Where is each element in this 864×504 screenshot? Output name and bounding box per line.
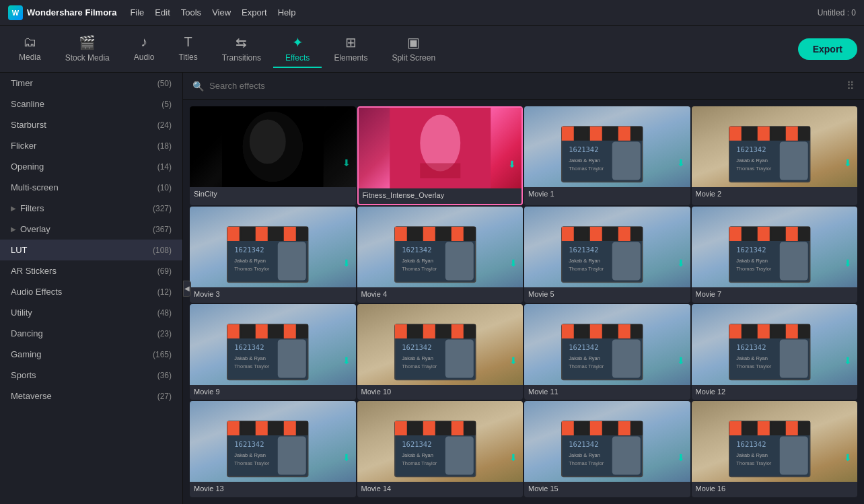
overlay-arrow-icon: ▶ <box>11 225 16 233</box>
svg-rect-145 <box>465 421 475 435</box>
movie4-download-icon[interactable]: ⬇ <box>509 258 517 268</box>
sidebar-item-filters[interactable]: ▶Filters(327) <box>0 198 182 219</box>
sincity-download-icon[interactable]: ⬇ <box>343 157 351 168</box>
movie15-label: Movie 15 <box>524 482 690 495</box>
menu-item-help[interactable]: Help <box>278 7 296 17</box>
grid-item-movie13[interactable]: 1621342 Jakab & Ryan Thomas Traylor ⬇Mov… <box>190 401 356 497</box>
toolbar-item-effects[interactable]: ✦Effects <box>273 30 322 68</box>
movie9-download-icon[interactable]: ⬇ <box>343 355 351 366</box>
svg-rect-9 <box>576 127 588 141</box>
movie12-thumbnail: 1621342 Jakab & Ryan Thomas Traylor ⬇ <box>692 304 858 385</box>
toolbar-item-transitions[interactable]: ⇆Transitions <box>210 30 273 68</box>
sidebar-item-metaverse[interactable]: Metaverse(27) <box>0 386 182 406</box>
sidebar-item-lut[interactable]: LUT(108) <box>0 240 182 260</box>
grid-item-movie10[interactable]: 1621342 Jakab & Ryan Thomas Traylor ⬇Mov… <box>357 304 524 400</box>
grid-item-movie2[interactable]: 1621342 Jakab & Ryan Thomas Traylor ⬇Mov… <box>692 106 858 205</box>
svg-rect-95 <box>437 324 449 338</box>
movie2-download-icon[interactable]: ⬇ <box>844 157 852 168</box>
svg-text:Thomas Traylor: Thomas Traylor <box>234 460 270 466</box>
svg-point-4 <box>420 115 460 172</box>
toolbar-item-audio[interactable]: ♪Audio <box>122 30 167 68</box>
menu-item-view[interactable]: View <box>212 7 231 17</box>
toolbar-item-split-screen[interactable]: ▣Split Screen <box>380 30 447 68</box>
sidebar-item-audio-effects[interactable]: Audio Effects(12) <box>0 281 182 302</box>
svg-rect-130 <box>256 421 268 435</box>
menu-item-file[interactable]: File <box>130 7 144 17</box>
sidebar-item-starburst[interactable]: Starburst(24) <box>0 114 182 135</box>
sidebar-item-flicker[interactable]: Flicker(18) <box>0 135 182 156</box>
movie11-download-icon[interactable]: ⬇ <box>677 355 685 366</box>
svg-rect-58 <box>590 227 602 241</box>
grid-item-movie4[interactable]: 1621342 Jakab & Ryan Thomas Traylor ⬇Mov… <box>357 207 524 303</box>
sidebar-item-utility[interactable]: Utility(48) <box>0 302 182 323</box>
grid-item-movie7[interactable]: 1621342 Jakab & Ryan Thomas Traylor ⬇Mov… <box>692 207 858 303</box>
movie12-download-icon[interactable]: ⬇ <box>844 355 852 366</box>
movie10-thumbnail: 1621342 Jakab & Ryan Thomas Traylor ⬇ <box>357 304 524 385</box>
movie14-download-icon[interactable]: ⬇ <box>509 452 517 463</box>
grid-item-movie1[interactable]: 1621342 Jakab & Ryan Thomas Traylor ⬇Mov… <box>524 106 690 205</box>
toolbar-item-elements[interactable]: ⊞Elements <box>322 30 380 68</box>
movie7-download-icon[interactable]: ⬇ <box>844 258 852 268</box>
grid-item-movie9[interactable]: 1621342 Jakab & Ryan Thomas Traylor ⬇Mov… <box>190 304 356 400</box>
svg-text:1621342: 1621342 <box>736 145 766 153</box>
stock-media-label: Stock Media <box>65 53 110 63</box>
svg-rect-22 <box>757 127 769 141</box>
grid-item-movie14[interactable]: 1621342 Jakab & Ryan Thomas Traylor ⬇Mov… <box>357 401 524 497</box>
sidebar-item-ar-stickers[interactable]: AR Stickers(69) <box>0 260 182 281</box>
movie3-download-icon[interactable]: ⬇ <box>343 258 351 268</box>
sidebar-item-timer[interactable]: Timer(50) <box>0 73 182 94</box>
menu-item-export[interactable]: Export <box>242 7 267 17</box>
movie12-label: Movie 12 <box>692 385 858 398</box>
menu-item-tools[interactable]: Tools <box>181 7 201 17</box>
sidebar-item-dancing[interactable]: Dancing(23) <box>0 323 182 344</box>
svg-rect-77 <box>779 242 807 280</box>
grid-item-fitness[interactable]: ⬇Fitness_Intense_Overlay <box>357 106 524 205</box>
sidebar-item-scanline[interactable]: Scanline(5) <box>0 94 182 114</box>
multi-screen-count: (10) <box>157 183 172 192</box>
export-button[interactable]: Export <box>798 38 857 60</box>
grid-view-icon[interactable]: ⠿ <box>847 79 855 92</box>
sidebar-item-gaming[interactable]: Gaming(165) <box>0 344 182 365</box>
svg-rect-25 <box>799 127 809 141</box>
svg-text:1621342: 1621342 <box>569 145 598 153</box>
gaming-count: (165) <box>153 350 172 359</box>
grid-item-sincity[interactable]: ⬇SinCity <box>190 106 356 205</box>
grid-item-movie12[interactable]: 1621342 Jakab & Ryan Thomas Traylor ⬇Mov… <box>692 304 858 400</box>
movie16-download-icon[interactable]: ⬇ <box>844 452 852 463</box>
audio-label: Audio <box>134 52 155 62</box>
movie11-label: Movie 11 <box>524 385 690 398</box>
sidebar-item-opening[interactable]: Opening(14) <box>0 156 182 177</box>
content-area: 🔍 ⠿ ⬇SinCity ⬇Fitness_Intense_Overlay <box>183 73 864 504</box>
sidebar-item-multi-screen[interactable]: Multi-screen(10) <box>0 177 182 198</box>
search-icon: 🔍 <box>192 81 204 92</box>
menu-item-edit[interactable]: Edit <box>155 7 170 17</box>
toolbar-item-media[interactable]: 🗂Media <box>7 30 53 68</box>
movie1-download-icon[interactable]: ⬇ <box>677 157 685 168</box>
grid-item-movie5[interactable]: 1621342 Jakab & Ryan Thomas Traylor ⬇Mov… <box>524 207 690 303</box>
app-name: Wondershare Filmora <box>27 7 116 17</box>
movie5-download-icon[interactable]: ⬇ <box>677 258 685 268</box>
toolbar-item-stock-media[interactable]: 🎬Stock Media <box>53 30 122 68</box>
grid-item-movie15[interactable]: 1621342 Jakab & Ryan Thomas Traylor ⬇Mov… <box>524 401 690 497</box>
fitness-download-icon[interactable]: ⬇ <box>508 159 516 170</box>
audio-effects-count: (12) <box>157 287 172 297</box>
sidebar-item-sports[interactable]: Sports(36) <box>0 365 182 386</box>
movie10-download-icon[interactable]: ⬇ <box>509 355 517 366</box>
sidebar-collapse-toggle[interactable]: ◀ <box>183 281 191 297</box>
svg-text:Thomas Traylor: Thomas Traylor <box>569 265 604 271</box>
grid-item-movie3[interactable]: 1621342 Jakab & Ryan Thomas Traylor ⬇Mov… <box>190 207 356 303</box>
search-input[interactable] <box>209 81 841 91</box>
svg-rect-96 <box>451 324 463 338</box>
movie15-download-icon[interactable]: ⬇ <box>677 452 685 463</box>
svg-text:1621342: 1621342 <box>569 245 598 253</box>
movie14-label: Movie 14 <box>357 482 524 495</box>
movie13-download-icon[interactable]: ⬇ <box>343 452 351 463</box>
sidebar-item-overlay[interactable]: ▶Overlay(367) <box>0 219 182 240</box>
filters-count: (327) <box>153 204 172 213</box>
grid-item-movie11[interactable]: 1621342 Jakab & Ryan Thomas Traylor ⬇Mov… <box>524 304 690 400</box>
svg-text:1621342: 1621342 <box>569 343 598 351</box>
toolbar-item-titles[interactable]: TTitles <box>166 30 209 68</box>
grid-item-movie16[interactable]: 1621342 Jakab & Ryan Thomas Traylor ⬇Mov… <box>692 401 858 497</box>
svg-rect-109 <box>633 324 643 338</box>
movie1-label: Movie 1 <box>524 187 690 201</box>
